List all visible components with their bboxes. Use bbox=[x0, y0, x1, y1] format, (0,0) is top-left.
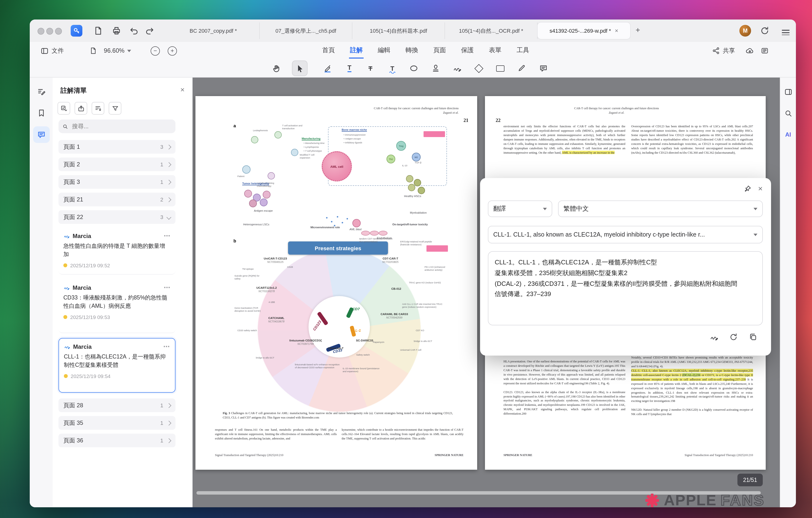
document-tab[interactable]: BC 2007_copy.pdf * bbox=[167, 22, 260, 39]
close-tab-icon[interactable]: × bbox=[615, 27, 618, 34]
tab-tools[interactable]: 工具 bbox=[516, 43, 530, 58]
sync-icon[interactable] bbox=[760, 26, 770, 36]
user-avatar[interactable]: M bbox=[740, 25, 751, 36]
zoom-window-button[interactable] bbox=[55, 28, 62, 35]
hand-tool-button[interactable] bbox=[269, 61, 284, 76]
tab-annotate[interactable]: 註解 bbox=[349, 43, 364, 58]
zoom-level-dropdown[interactable]: 96.60% bbox=[104, 42, 132, 59]
construct-label: UniCAR-T-CD123NCT05949125 bbox=[255, 257, 296, 264]
mode-dropdown[interactable]: 翻譯 bbox=[488, 200, 552, 217]
document-tab[interactable]: 105(1~4)自然..._OCR.pdf * bbox=[445, 22, 538, 39]
translation-result[interactable]: CLL-1。CLL-1，也稱為CLEC12A，是一種髓系抑制性C型 凝集素樣受體… bbox=[488, 251, 763, 325]
strikethrough-text-tool[interactable]: T bbox=[363, 61, 378, 76]
underline-text-tool[interactable]: T bbox=[342, 61, 357, 76]
figure-label-myeloablation: Myeloablation bbox=[410, 211, 427, 215]
new-tab-button[interactable]: + bbox=[636, 25, 640, 35]
squiggly-underline-tool[interactable]: T bbox=[385, 61, 400, 76]
pdf-page-21[interactable]: CAR-T cell therapy for cancer: current c… bbox=[196, 96, 477, 470]
card-more-icon[interactable]: ⋯ bbox=[164, 232, 171, 240]
close-window-button[interactable] bbox=[37, 28, 45, 35]
undo-icon[interactable] bbox=[129, 26, 139, 36]
signature-tool-button[interactable] bbox=[450, 61, 464, 76]
tab-form[interactable]: 表單 bbox=[488, 43, 502, 58]
pink-highlight-annotation[interactable] bbox=[427, 245, 448, 252]
note-tool-button[interactable] bbox=[536, 61, 551, 76]
watermark-fans-text: FANS bbox=[721, 492, 765, 509]
polygon-tool-button[interactable] bbox=[471, 61, 486, 76]
search-document-icon[interactable] bbox=[783, 108, 793, 118]
pdf-viewer[interactable]: CAR-T cell therapy for cancer: current c… bbox=[193, 78, 780, 507]
select-tool-button[interactable] bbox=[292, 61, 307, 76]
retranslate-icon[interactable] bbox=[728, 331, 740, 343]
source-text-dropdown[interactable]: CLL-1. CLL-1, also known as CLEC12A, mye… bbox=[488, 226, 763, 243]
page-group-row[interactable]: 頁面 28 1 bbox=[58, 399, 175, 412]
page-group-row-expanded[interactable]: 頁面 22 3 bbox=[58, 210, 175, 224]
card-more-icon[interactable]: ⋯ bbox=[164, 284, 171, 291]
figure-label-heterogeneous-lscs: Heterogeneous LSCs bbox=[243, 223, 269, 226]
search-input[interactable] bbox=[71, 122, 172, 130]
document-tab[interactable]: 105(1~4)自然科題本.pdf bbox=[352, 22, 445, 39]
annotation-card-selected[interactable]: Marcia ⋯ CLL-1：也稱為CLEC12A，是一種髓系抑制性C型凝集素樣… bbox=[58, 338, 175, 393]
sort-annotations-button[interactable] bbox=[92, 102, 104, 115]
reading-mode-icon[interactable] bbox=[761, 42, 768, 59]
annotation-text: CLL-1：也稱為CLEC12A，是一種髓系抑制性C型凝集素樣受體 bbox=[64, 353, 170, 370]
tab-page[interactable]: 頁面 bbox=[432, 43, 447, 58]
annotation-list-icon[interactable] bbox=[33, 83, 50, 100]
highlighted-text[interactable]: AML is characterized by an increase in t… bbox=[562, 151, 615, 154]
highlighted-text-green[interactable]: (DCAL-2),236 bbox=[683, 373, 701, 377]
journal-footer: Signal Transduction and Targeted Therapy… bbox=[685, 453, 753, 457]
target-language-dropdown[interactable]: 繁體中文 bbox=[558, 200, 763, 217]
annotation-search[interactable] bbox=[58, 119, 175, 133]
tab-home[interactable]: 首頁 bbox=[321, 43, 336, 58]
redo-icon[interactable] bbox=[145, 26, 154, 36]
ellipse-tool-button[interactable] bbox=[406, 61, 421, 76]
annotation-card[interactable]: Marcia ⋯ CD33：唾液酸殘基刺激，約85%的急性髓性白血病（AML）病… bbox=[58, 279, 175, 333]
stamp-tool-button[interactable] bbox=[428, 61, 443, 76]
rectangle-tool-button[interactable] bbox=[493, 61, 508, 76]
close-panel-icon[interactable]: × bbox=[180, 85, 185, 94]
page-group-row[interactable]: 頁面 2 1 bbox=[58, 158, 175, 171]
bookmark-icon[interactable] bbox=[33, 105, 50, 121]
comments-panel-icon[interactable] bbox=[33, 126, 50, 143]
annotation-list-panel: 註解清單 × bbox=[53, 78, 193, 507]
page-group-row[interactable]: 頁面 21 2 bbox=[58, 193, 175, 206]
filter-annotations-button[interactable] bbox=[109, 102, 121, 115]
print-icon[interactable] bbox=[112, 26, 121, 36]
file-sidebar-toggle[interactable]: 文件 bbox=[40, 42, 64, 59]
construct-label: UCART123v1.2NCT03190278 bbox=[246, 286, 287, 293]
cloud-upload-icon[interactable] bbox=[745, 42, 754, 59]
pin-icon[interactable] bbox=[742, 183, 754, 195]
minimize-window-button[interactable] bbox=[46, 28, 53, 35]
annotate-result-icon[interactable] bbox=[708, 331, 720, 343]
figure-cell bbox=[352, 219, 361, 227]
select-all-annotations-button[interactable] bbox=[58, 102, 70, 115]
share-button[interactable]: 共享 bbox=[712, 42, 735, 59]
zoom-value: 96.60% bbox=[104, 47, 124, 54]
zoom-in-button[interactable]: + bbox=[168, 42, 177, 59]
save-document-icon[interactable] bbox=[93, 26, 103, 36]
annotation-card[interactable]: Marcia ⋯ 急性髓性白血病的特徵是 T 細胞的數量增加 2025/12/1… bbox=[58, 228, 175, 275]
document-tab-active[interactable]: s41392-025-...269-w.pdf * × bbox=[538, 22, 630, 39]
tab-protect[interactable]: 保護 bbox=[460, 43, 475, 58]
page-group-row[interactable]: 頁面 1 3 bbox=[58, 140, 175, 154]
zoom-out-button[interactable]: − bbox=[151, 42, 160, 59]
close-popup-icon[interactable]: × bbox=[754, 183, 766, 195]
export-annotations-button[interactable] bbox=[75, 102, 87, 115]
tab-convert[interactable]: 轉換 bbox=[405, 43, 419, 58]
pink-highlight-annotation[interactable] bbox=[424, 131, 445, 137]
document-tab[interactable]: 07_選修化學上..._ch5.pdf bbox=[260, 22, 352, 39]
properties-panel-icon[interactable] bbox=[783, 86, 793, 97]
page-group-row[interactable]: 頁面 35 1 bbox=[58, 416, 175, 430]
main-menu-icon[interactable] bbox=[782, 28, 790, 37]
page-group-row[interactable]: 頁面 3 1 bbox=[58, 175, 175, 189]
page-view-icon[interactable] bbox=[89, 42, 97, 59]
copy-icon[interactable] bbox=[747, 331, 759, 343]
card-more-icon[interactable]: ⋯ bbox=[163, 343, 170, 350]
highlighter-tool-button[interactable] bbox=[320, 61, 335, 76]
tab-edit[interactable]: 編輯 bbox=[377, 43, 392, 58]
page-group-row[interactable]: 頁面 36 1 bbox=[58, 434, 175, 447]
translation-popup[interactable]: × 翻譯 繁體中文 CLL-1. CLL-1, also known as CL… bbox=[480, 178, 771, 356]
pencil-tool-button[interactable] bbox=[514, 61, 529, 76]
figure-label-aml-cell: AML cell bbox=[330, 165, 343, 168]
ai-assistant-icon[interactable]: AI bbox=[783, 129, 793, 140]
